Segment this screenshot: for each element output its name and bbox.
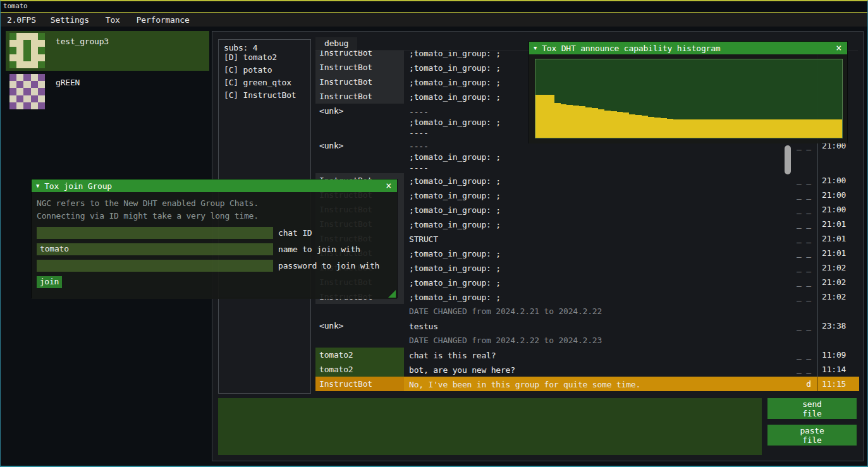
join-button[interactable]: join	[37, 276, 62, 288]
paste-file-button-line2: file	[802, 435, 822, 445]
member-item-potato[interactable]: [C] potato	[224, 65, 305, 78]
member-item-instructbot[interactable]: [C] InstructBot	[224, 90, 305, 103]
menu-item-settings[interactable]: Settings	[42, 14, 97, 26]
group-list-item-test-group3[interactable]: test_group3	[6, 31, 209, 71]
menu-item-tox[interactable]: Tox	[97, 14, 128, 26]
message-text: bot, are you new here?	[404, 362, 786, 377]
group-avatar-icon	[8, 33, 47, 70]
message-line: ;tomato_in_group: ;	[409, 152, 782, 162]
date-separator-row: DATE CHANGED from 2024.2.22 to 2024.2.23	[315, 333, 859, 348]
timestamp: 21:00	[817, 173, 859, 188]
join-description-line1: NGC refers to the New DHT enabled Group …	[37, 197, 392, 210]
collapse-arrow-icon[interactable]: ▼	[36, 183, 39, 189]
sender-name	[315, 333, 404, 348]
histogram-bar	[579, 106, 585, 138]
timestamp: 21:02	[817, 289, 859, 304]
join-window-title: Tox join Group	[44, 181, 112, 191]
menu-item-performance[interactable]: Performance	[128, 14, 198, 26]
join-password-input[interactable]	[37, 260, 273, 272]
histogram-window-titlebar[interactable]: ▼ Tox DHT announce capability histogram …	[529, 42, 847, 54]
paste-file-button[interactable]: paste file	[767, 425, 857, 446]
chat-row[interactable]: tomato2bot, are you new here?_ _11:14	[315, 362, 859, 377]
tab-debug[interactable]: debug	[315, 37, 357, 51]
histogram-bar	[566, 105, 573, 138]
collapse-arrow-icon[interactable]: ▼	[534, 45, 537, 51]
message-text: testus	[404, 318, 786, 333]
histogram-plot	[535, 59, 843, 138]
message-text: ----;tomato_in_group: ;----	[404, 138, 786, 173]
read-marks	[786, 304, 817, 318]
histogram-bar	[673, 119, 680, 138]
fps-counter: 2.0FPS	[3, 14, 42, 26]
histogram-bar	[685, 119, 692, 138]
message-input[interactable]	[218, 398, 762, 455]
message-text: ;tomato_in_group: ;	[404, 173, 786, 188]
histogram-bar	[773, 119, 779, 138]
histogram-bar	[617, 112, 623, 138]
member-item-green-qtox[interactable]: [C] green_qtox	[224, 78, 305, 90]
histogram-bar	[642, 116, 648, 138]
histogram-bar	[629, 114, 635, 138]
join-password-label: password to join with	[278, 260, 379, 272]
chat-id-input[interactable]	[37, 227, 273, 239]
message-line: STRUCT	[409, 234, 782, 245]
message-line: ;tomato_in_group: ;	[409, 263, 782, 274]
chat-scrollbar-thumb[interactable]	[785, 145, 791, 174]
chat-row[interactable]: <unk>testus_ _23:38	[315, 318, 859, 333]
tox-join-group-window: ▼ Tox join Group × NGC refers to the New…	[31, 179, 398, 298]
window-title: tomato	[1, 1, 867, 13]
histogram-bar	[748, 119, 754, 138]
join-description-line2: Connecting via ID might take a very long…	[37, 210, 392, 222]
join-name-input[interactable]: tomato	[37, 243, 273, 255]
sender-name: <unk>	[315, 104, 404, 138]
chat-row[interactable]: tomato2chat is this real?_ _11:09	[315, 348, 859, 362]
histogram-bar	[761, 119, 767, 138]
histogram-bar	[561, 104, 567, 138]
read-marks: _ _	[786, 173, 817, 188]
member-item-tomato2[interactable]: [D] tomato2	[224, 52, 305, 65]
send-file-button-line1: send	[802, 399, 822, 409]
histogram-bar	[792, 119, 798, 138]
timestamp: 21:02	[817, 275, 859, 289]
join-window-body: NGC refers to the New DHT enabled Group …	[32, 192, 397, 299]
message-line: ;tomato_in_group: ;	[409, 205, 782, 215]
message-line: ;tomato_in_group: ;	[409, 277, 782, 288]
histogram-bar	[611, 111, 617, 138]
read-marks: _ _	[786, 231, 817, 246]
close-icon[interactable]: ×	[834, 44, 843, 52]
histogram-bar	[692, 119, 698, 138]
histogram-bar	[704, 119, 711, 138]
chat-row[interactable]: <unk>----;tomato_in_group: ;----_ _21:00	[315, 138, 859, 173]
histogram-bar	[798, 119, 804, 138]
send-file-button[interactable]: send file	[767, 398, 857, 419]
resize-grip[interactable]	[388, 290, 396, 298]
chat-row[interactable]: InstructBotNo, I've been in this group f…	[315, 377, 859, 391]
group-list-item-green[interactable]: gREEN	[6, 72, 209, 112]
message-text: No, I've been in this group for quite so…	[404, 377, 786, 391]
timestamp	[817, 333, 859, 348]
timestamp: 21:01	[817, 246, 859, 260]
histogram-bar	[717, 119, 723, 138]
histogram-bar	[723, 119, 730, 138]
close-icon[interactable]: ×	[384, 181, 393, 190]
timestamp: 21:01	[817, 231, 859, 246]
read-marks: d	[786, 377, 817, 391]
menu-bar: 2.0FPS Settings Tox Performance	[1, 13, 867, 27]
join-window-titlebar[interactable]: ▼ Tox join Group ×	[32, 179, 397, 192]
message-text: ;tomato_in_group: ;	[404, 289, 786, 304]
histogram-bar	[711, 119, 717, 138]
histogram-bar	[742, 119, 748, 138]
histogram-bar	[585, 107, 592, 138]
sender-name: InstructBot	[315, 51, 404, 60]
histogram-window-body	[529, 54, 847, 143]
sender-name: InstructBot	[315, 89, 404, 104]
app-window: tomato 2.0FPS Settings Tox Performance t…	[0, 0, 868, 467]
timestamp: 11:14	[817, 362, 859, 377]
timestamp: 21:00	[817, 138, 859, 173]
message-text: ;tomato_in_group: ;	[404, 202, 786, 217]
histogram-bar	[573, 106, 579, 138]
sender-name: InstructBot	[315, 75, 404, 89]
message-text: ;tomato_in_group: ;	[404, 246, 786, 260]
read-marks	[786, 333, 817, 348]
timestamp	[817, 304, 859, 318]
